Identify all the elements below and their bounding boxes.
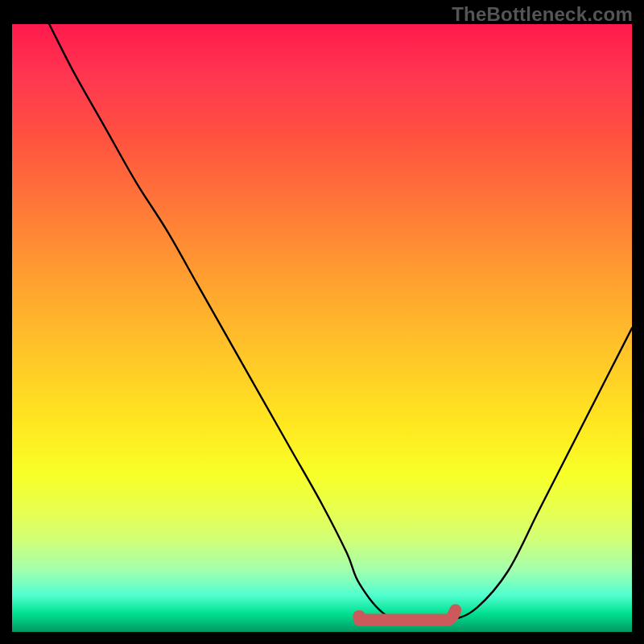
attribution-text: TheBottleneck.com bbox=[452, 3, 633, 26]
chart-frame bbox=[12, 24, 632, 632]
chart-gradient-background bbox=[12, 24, 632, 632]
